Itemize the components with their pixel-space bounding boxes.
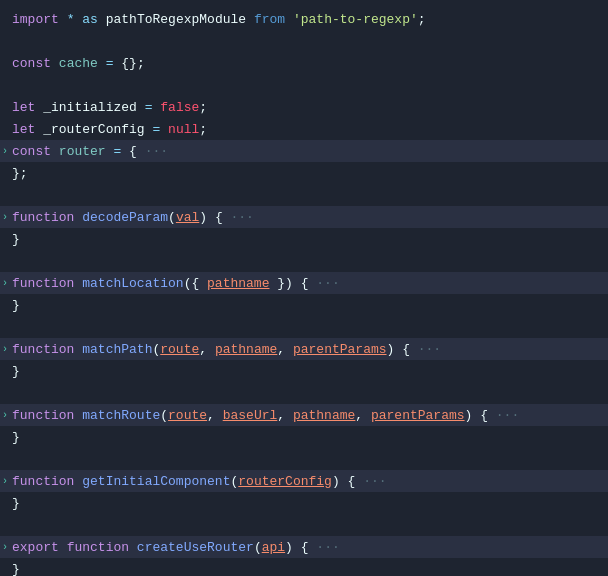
token-var: _initialized [43, 100, 137, 115]
token-plain [113, 56, 121, 71]
token-op: = [113, 144, 121, 159]
token-collapsed: ··· [231, 210, 254, 225]
line-content [12, 320, 20, 335]
token-plain [223, 210, 231, 225]
token-plain: }; [12, 166, 28, 181]
line-content [12, 78, 20, 93]
line-content: function decodeParam(val) { ··· [12, 210, 254, 225]
line-content: let _initialized = false; [12, 100, 207, 115]
token-var-cyan: cache [59, 56, 98, 71]
token-param-underline: route [168, 408, 207, 423]
token-fn: createUseRouter [137, 540, 254, 555]
code-line: let _initialized = false; [0, 96, 608, 118]
token-collapsed: ··· [316, 540, 339, 555]
collapse-arrow-icon[interactable]: › [2, 542, 8, 553]
token-plain: } [12, 496, 20, 511]
token-plain: ) { [387, 342, 410, 357]
token-plain [121, 144, 129, 159]
line-content [12, 518, 20, 533]
code-line [0, 448, 608, 470]
token-param-underline: parentParams [371, 408, 465, 423]
token-plain: , [355, 408, 371, 423]
token-plain [74, 474, 82, 489]
token-plain [410, 342, 418, 357]
code-line: } [0, 228, 608, 250]
token-plain [74, 12, 82, 27]
token-as-kw: as [82, 12, 98, 27]
token-asterisk: * [67, 12, 75, 27]
token-param-underline: pathname [215, 342, 277, 357]
token-plain [51, 144, 59, 159]
token-kw: function [67, 540, 129, 555]
token-plain: , [207, 408, 223, 423]
token-op: = [145, 100, 153, 115]
collapse-arrow-icon[interactable]: › [2, 344, 8, 355]
token-plain: } [12, 364, 20, 379]
code-line: }; [0, 162, 608, 184]
token-plain: ( [160, 408, 168, 423]
code-line: ›export function createUseRouter(api) { … [0, 536, 608, 558]
line-content: } [12, 298, 20, 313]
token-plain [98, 12, 106, 27]
token-plain: ( [168, 210, 176, 225]
token-plain [160, 122, 168, 137]
token-brace: {} [121, 56, 137, 71]
line-content: const cache = {}; [12, 56, 145, 71]
token-plain: } [12, 298, 20, 313]
token-param-underline: route [160, 342, 199, 357]
code-line [0, 74, 608, 96]
token-str: 'path-to-regexp' [293, 12, 418, 27]
collapse-arrow-icon[interactable]: › [2, 212, 8, 223]
line-content: let _routerConfig = null; [12, 122, 207, 137]
token-brace: { [129, 144, 137, 159]
token-plain [74, 408, 82, 423]
code-line: let _routerConfig = null; [0, 118, 608, 140]
token-plain: ( [230, 474, 238, 489]
token-fn: matchPath [82, 342, 152, 357]
token-var-cyan: router [59, 144, 106, 159]
collapse-arrow-icon[interactable]: › [2, 410, 8, 421]
token-plain: , [199, 342, 215, 357]
token-plain: ( [152, 342, 160, 357]
token-export-kw: export [12, 540, 59, 555]
collapse-arrow-icon[interactable]: › [2, 278, 8, 289]
token-kw2: from [254, 12, 285, 27]
token-param-underline: parentParams [293, 342, 387, 357]
token-kw: let [12, 100, 35, 115]
line-content: function matchLocation({ pathname }) { ·… [12, 276, 340, 291]
token-plain: ({ [184, 276, 207, 291]
collapse-arrow-icon[interactable]: › [2, 146, 8, 157]
token-plain: ) { [332, 474, 355, 489]
line-content [12, 386, 20, 401]
token-fn: decodeParam [82, 210, 168, 225]
token-collapsed: ··· [418, 342, 441, 357]
token-plain: } [12, 430, 20, 445]
token-kw: function [12, 408, 74, 423]
token-plain: } [12, 562, 20, 577]
token-param-underline: baseUrl [223, 408, 278, 423]
token-param-underline: val [176, 210, 199, 225]
code-editor: import * as pathToRegexpModule from 'pat… [0, 0, 608, 576]
token-plain: ) { [465, 408, 488, 423]
token-fn: matchLocation [82, 276, 183, 291]
token-op: = [152, 122, 160, 137]
token-plain [309, 276, 317, 291]
token-collapsed: ··· [145, 144, 168, 159]
token-bool: false [160, 100, 199, 115]
code-line [0, 250, 608, 272]
code-line [0, 514, 608, 536]
token-plain: ; [418, 12, 426, 27]
collapse-arrow-icon[interactable]: › [2, 476, 8, 487]
line-content: const router = { ··· [12, 144, 168, 159]
token-plain [59, 540, 67, 555]
line-content: function matchRoute(route, baseUrl, path… [12, 408, 519, 423]
token-plain [129, 540, 137, 555]
code-line: ›function matchLocation({ pathname }) { … [0, 272, 608, 294]
code-line: ›function matchRoute(route, baseUrl, pat… [0, 404, 608, 426]
token-plain: ; [199, 100, 207, 115]
line-content: } [12, 430, 20, 445]
line-content: } [12, 562, 20, 577]
token-plain [488, 408, 496, 423]
line-content: export function createUseRouter(api) { ·… [12, 540, 340, 555]
token-plain: ) { [285, 540, 308, 555]
